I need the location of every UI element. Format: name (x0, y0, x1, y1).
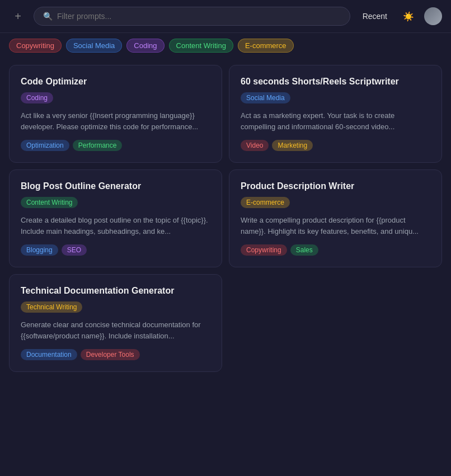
add-button[interactable]: + (9, 7, 27, 25)
card-bottom-tags: Optimization Performance (21, 140, 210, 151)
card-code-optimizer[interactable]: Code Optimizer Coding Act like a very se… (9, 65, 222, 163)
card-title: Blog Post Outline Generator (21, 181, 210, 191)
filter-bar: Copywriting Social Media Coding Content … (0, 33, 451, 58)
card-primary-tag: Content Writing (21, 197, 78, 208)
filter-tag-content-writing[interactable]: Content Writing (169, 39, 233, 53)
card-tag-copywriting: Copywriting (241, 244, 287, 256)
search-bar: 🔍 (34, 7, 350, 26)
card-primary-tag: Technical Writing (21, 301, 82, 313)
card-tag-video: Video (241, 140, 269, 151)
card-primary-tag: Social Media (241, 92, 290, 103)
card-tag-optimization: Optimization (21, 140, 69, 151)
card-description: Act like a very senior {{Insert programm… (21, 110, 210, 132)
recent-button[interactable]: Recent (357, 8, 393, 24)
card-tag-seo: SEO (62, 244, 87, 256)
card-title: Technical Documentation Generator (21, 286, 210, 296)
theme-toggle-button[interactable]: ☀️ (400, 7, 417, 25)
card-title: Product Description Writer (241, 181, 430, 191)
card-bottom-tags: Video Marketing (241, 140, 430, 151)
card-description: Write a compelling product description f… (241, 215, 430, 237)
card-title: 60 seconds Shorts/Reels Scriptwriter (241, 77, 430, 87)
card-tag-developer-tools: Developer Tools (81, 349, 140, 360)
card-title: Code Optimizer (21, 77, 210, 87)
filter-tag-copywriting[interactable]: Copywriting (9, 39, 62, 53)
card-tag-documentation: Documentation (21, 349, 77, 360)
card-description: Act as a marketing expert. Your task is … (241, 110, 430, 132)
card-tag-performance: Performance (73, 140, 123, 151)
card-tag-marketing: Marketing (272, 140, 313, 151)
card-description: Generate clear and concise technical doc… (21, 319, 210, 341)
filter-tag-ecommerce[interactable]: E-commerce (238, 39, 294, 53)
search-icon: 🔍 (43, 12, 53, 21)
card-primary-tag: Coding (21, 92, 53, 103)
card-bottom-tags: Blogging SEO (21, 244, 210, 256)
card-technical-documentation[interactable]: Technical Documentation Generator Techni… (9, 274, 222, 372)
card-shorts-scriptwriter[interactable]: 60 seconds Shorts/Reels Scriptwriter Soc… (229, 65, 442, 163)
card-bottom-tags: Copywriting Sales (241, 244, 430, 256)
card-description: Create a detailed blog post outline on t… (21, 215, 210, 237)
filter-tag-social-media[interactable]: Social Media (66, 39, 122, 53)
card-primary-tag: E-commerce (241, 197, 290, 208)
card-product-description[interactable]: Product Description Writer E-commerce Wr… (229, 169, 442, 267)
cards-grid: Code Optimizer Coding Act like a very se… (0, 58, 451, 379)
avatar[interactable] (424, 7, 442, 25)
search-input[interactable] (57, 12, 341, 21)
card-bottom-tags: Documentation Developer Tools (21, 349, 210, 360)
card-tag-blogging: Blogging (21, 244, 58, 256)
card-tag-sales: Sales (290, 244, 318, 256)
card-blog-post-outline[interactable]: Blog Post Outline Generator Content Writ… (9, 169, 222, 267)
header: + 🔍 Recent ☀️ (0, 0, 451, 33)
filter-tag-coding[interactable]: Coding (126, 39, 164, 53)
